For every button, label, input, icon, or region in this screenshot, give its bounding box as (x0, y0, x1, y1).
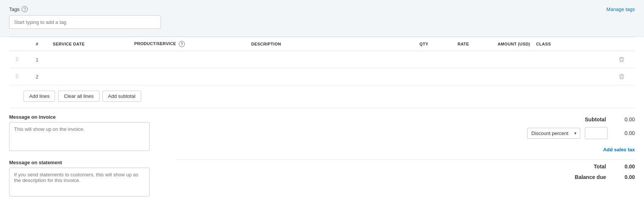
qty-cell-1[interactable] (390, 51, 431, 68)
add-sales-tax-link[interactable]: Add sales tax (603, 144, 635, 155)
add-subtotal-button[interactable]: Add subtotal (102, 91, 141, 102)
col-qty: QTY (390, 37, 431, 51)
class-cell-1[interactable] (533, 51, 615, 68)
class-cell-2[interactable] (533, 68, 615, 85)
add-sales-tax-row: Add sales tax (176, 141, 635, 158)
discount-value: 0.00 (612, 130, 635, 136)
balance-due-value: 0.00 (612, 174, 635, 180)
drag-handle-cell: ⠿ (9, 68, 24, 85)
delete-cell-1 (614, 51, 635, 68)
product-cell-2[interactable] (131, 68, 248, 85)
col-rate: RATE (431, 37, 472, 51)
table-header-row: # SERVICE DATE PRODUCT/SERVICE ? DESCRIP… (9, 37, 635, 51)
discount-select-wrapper: Discount percent Discount value ▼ (527, 128, 580, 139)
invoice-table: # SERVICE DATE PRODUCT/SERVICE ? DESCRIP… (9, 37, 635, 85)
delete-row-2-button[interactable] (617, 72, 626, 81)
message-invoice-textarea[interactable] (9, 122, 150, 151)
col-action (614, 37, 635, 51)
manage-tags-link[interactable]: Manage tags (606, 6, 635, 12)
help-icon[interactable]: ? (22, 6, 28, 12)
amount-cell-2[interactable] (472, 68, 533, 85)
delete-row-1-button[interactable] (617, 55, 626, 64)
add-lines-button[interactable]: Add lines (24, 91, 55, 102)
discount-row: Discount percent Discount value ▼ 0.00 (176, 125, 635, 141)
balance-due-label: Balance due (568, 174, 606, 180)
total-row: Total 0.00 (176, 161, 635, 172)
table-row: ⠿ 1 (9, 51, 635, 68)
table-row: ⠿ 2 (9, 68, 635, 85)
rate-cell-2[interactable] (431, 68, 472, 85)
row-num-1: 1 (24, 51, 50, 68)
bottom-section: Message on invoice Message on statement … (9, 108, 635, 198)
col-product-service: PRODUCT/SERVICE ? (131, 37, 248, 51)
message-invoice-label: Message on invoice (9, 114, 161, 120)
divider (176, 159, 635, 160)
trash-icon (619, 74, 624, 80)
total-label: Total (568, 163, 606, 170)
col-service-date: SERVICE DATE (50, 37, 131, 51)
service-date-cell-1[interactable] (50, 51, 131, 68)
tags-section: Tags ? Manage tags (0, 0, 644, 37)
message-statement-label: Message on statement (9, 160, 161, 165)
drag-handle-icon[interactable]: ⠿ (12, 74, 21, 80)
tags-header: Tags ? Manage tags (9, 6, 635, 12)
subtotal-label: Subtotal (568, 116, 606, 122)
drag-handle-cell: ⠿ (9, 51, 24, 68)
message-statement-group: Message on statement (9, 160, 161, 198)
delete-cell-2 (614, 68, 635, 85)
qty-cell-2[interactable] (390, 68, 431, 85)
left-section: Message on invoice Message on statement (9, 114, 161, 198)
col-amount: AMOUNT (USD) (472, 37, 533, 51)
discount-input[interactable] (585, 127, 608, 139)
service-date-cell-2[interactable] (50, 68, 131, 85)
subtotal-value: 0.00 (612, 116, 635, 122)
desc-cell-1[interactable] (248, 51, 390, 68)
product-help-icon[interactable]: ? (179, 41, 185, 47)
rate-cell-1[interactable] (431, 51, 472, 68)
row-num-2: 2 (24, 68, 50, 85)
tags-input[interactable] (9, 15, 161, 29)
balance-due-row: Balance due 0.00 (176, 172, 635, 182)
col-class: CLASS (533, 37, 615, 51)
clear-all-lines-button[interactable]: Clear all lines (58, 91, 99, 102)
desc-cell-2[interactable] (248, 68, 390, 85)
amount-cell-1[interactable] (472, 51, 533, 68)
subtotal-row: Subtotal 0.00 (176, 114, 635, 125)
total-value: 0.00 (612, 163, 635, 170)
tags-text: Tags (9, 6, 19, 12)
col-description: DESCRIPTION (248, 37, 390, 51)
main-content: # SERVICE DATE PRODUCT/SERVICE ? DESCRIP… (0, 37, 644, 207)
drag-handle-icon[interactable]: ⠿ (12, 57, 21, 63)
discount-type-select[interactable]: Discount percent Discount value (527, 128, 580, 139)
page-wrapper: Tags ? Manage tags # SERVICE DATE PRODUC… (0, 0, 644, 223)
tags-label: Tags ? (9, 6, 28, 12)
table-actions: Add lines Clear all lines Add subtotal (9, 85, 635, 108)
right-section: Subtotal 0.00 Discount percent Discount … (176, 114, 635, 198)
product-cell-1[interactable] (131, 51, 248, 68)
trash-icon (619, 57, 624, 63)
col-num: # (24, 37, 50, 51)
message-statement-textarea[interactable] (9, 168, 150, 196)
col-drag (9, 37, 24, 51)
message-invoice-group: Message on invoice (9, 114, 161, 152)
